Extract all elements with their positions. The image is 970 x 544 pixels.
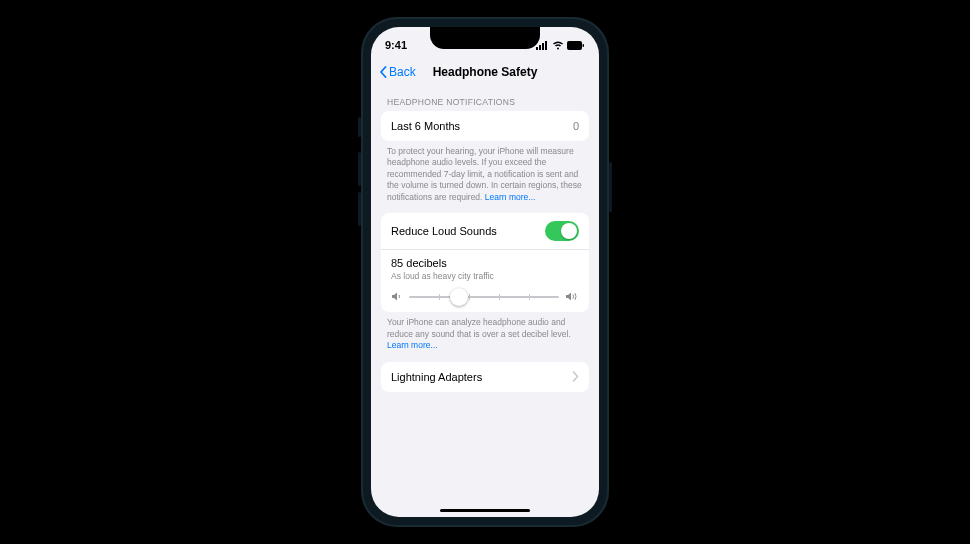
content: HEADPHONE NOTIFICATIONS Last 6 Months 0 …: [371, 87, 599, 392]
decibel-label: 85 decibels: [391, 257, 579, 269]
notifications-group: Last 6 Months 0: [381, 111, 589, 141]
back-label: Back: [389, 65, 416, 79]
back-button[interactable]: Back: [379, 65, 416, 79]
decibel-slider-row: 85 decibels As loud as heavy city traffi…: [381, 249, 589, 312]
svg-rect-3: [545, 41, 547, 50]
last-6-months-row[interactable]: Last 6 Months 0: [381, 111, 589, 141]
notifications-learn-more-link[interactable]: Learn more...: [485, 192, 536, 202]
volume-down-button: [358, 192, 361, 226]
reduce-toggle[interactable]: [545, 221, 579, 241]
battery-icon: [567, 41, 585, 50]
lightning-adapters-row[interactable]: Lightning Adapters: [381, 362, 589, 392]
page-title: Headphone Safety: [433, 65, 538, 79]
row-label: Last 6 Months: [391, 120, 460, 132]
status-icons: [536, 41, 585, 50]
reduce-label: Reduce Loud Sounds: [391, 225, 497, 237]
slider-thumb[interactable]: [450, 288, 468, 306]
chevron-right-icon: [572, 371, 579, 382]
svg-rect-1: [539, 45, 541, 50]
adapters-label: Lightning Adapters: [391, 371, 482, 383]
notifications-footer: To protect your hearing, your iPhone wil…: [381, 141, 589, 213]
reduce-group: Reduce Loud Sounds 85 decibels As loud a…: [381, 213, 589, 312]
home-indicator[interactable]: [440, 509, 530, 513]
volume-up-button: [358, 152, 361, 186]
row-value: 0: [573, 120, 579, 132]
speaker-high-icon: [565, 291, 579, 302]
decibel-sub: As loud as heavy city traffic: [391, 271, 579, 281]
reduce-toggle-row: Reduce Loud Sounds: [381, 213, 589, 249]
power-button: [609, 162, 612, 212]
decibel-slider[interactable]: [409, 296, 559, 298]
phone-frame: 9:41 Back Headphone Safety HEADPHONE NOT…: [361, 17, 609, 527]
wifi-icon: [552, 41, 564, 50]
reduce-learn-more-link[interactable]: Learn more...: [387, 340, 438, 350]
nav-bar: Back Headphone Safety: [371, 57, 599, 87]
status-time: 9:41: [385, 39, 407, 51]
chevron-left-icon: [379, 66, 387, 78]
screen: 9:41 Back Headphone Safety HEADPHONE NOT…: [371, 27, 599, 517]
svg-rect-2: [542, 43, 544, 50]
adapters-group: Lightning Adapters: [381, 362, 589, 392]
svg-rect-4: [567, 41, 582, 50]
svg-rect-0: [536, 47, 538, 50]
speaker-low-icon: [391, 291, 403, 302]
reduce-footer: Your iPhone can analyze headphone audio …: [381, 312, 589, 361]
svg-rect-5: [583, 44, 585, 47]
notch: [430, 27, 540, 49]
mute-switch: [358, 117, 361, 137]
notifications-header: HEADPHONE NOTIFICATIONS: [381, 87, 589, 111]
